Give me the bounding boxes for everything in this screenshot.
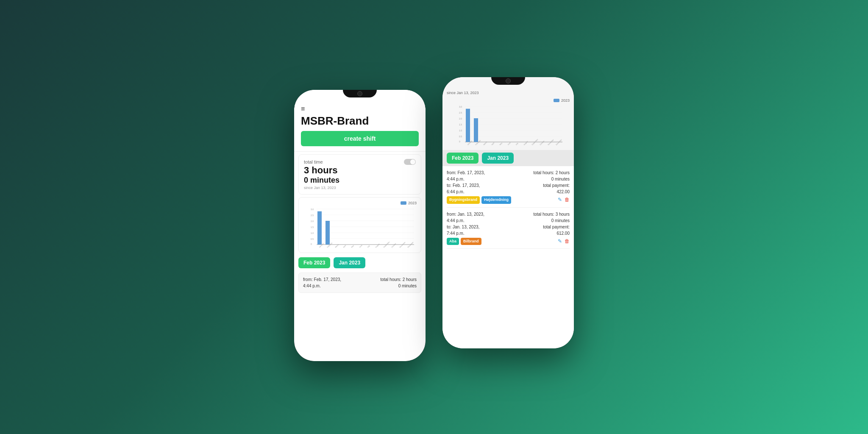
p2-chart-card: 2023 3.0 2.5 2.0 1.5 1.0 0.5 0 bbox=[442, 95, 574, 150]
phone-1: ≡ MSBR-Brand create shift total time 3 h… bbox=[294, 90, 426, 361]
hamburger-icon[interactable]: ≡ bbox=[301, 105, 419, 113]
bar-chart-svg-2: 3.0 2.5 2.0 1.5 1.0 0.5 0 bbox=[447, 104, 570, 147]
shift-hours-1: total hours: 2 hours 0 minutes bbox=[380, 276, 417, 289]
shift-item-2: from: Jan. 13, 2023, 4:44 p.m. to: Jan. … bbox=[447, 208, 570, 249]
shift-1-from-label: from: Feb. 17, 2023, bbox=[447, 170, 485, 175]
shift-list-2[interactable]: from: Feb. 17, 2023, 4:44 p.m. to: Feb. … bbox=[442, 166, 574, 348]
chart-area-2: 3.0 2.5 2.0 1.5 1.0 0.5 0 bbox=[447, 104, 570, 147]
tag-bygningsbrand: Bygningsbrand bbox=[447, 196, 480, 204]
phone-1-scroll[interactable]: total time 3 hours 0 minutes since Jan 1… bbox=[294, 152, 426, 361]
legend-year-2: 2023 bbox=[561, 98, 570, 103]
shift-2-from-label: from: Jan. 13, 2023, bbox=[447, 212, 484, 217]
svg-text:2.0: 2.0 bbox=[459, 117, 462, 120]
svg-text:July: July bbox=[367, 245, 370, 249]
svg-text:March: March bbox=[483, 141, 487, 145]
svg-text:2.5: 2.5 bbox=[311, 214, 314, 217]
svg-text:1.0: 1.0 bbox=[311, 232, 314, 234]
shift-2-from-time: 4:44 p.m. bbox=[447, 218, 465, 223]
svg-text:3.0: 3.0 bbox=[459, 106, 462, 108]
chart-area-1: 3.0 2.5 2.0 1.5 1.0 0.5 0 bbox=[303, 207, 417, 249]
toggle-switch[interactable] bbox=[404, 159, 416, 165]
shift-2-tags: Aba Bilbrand bbox=[447, 238, 484, 245]
total-time-text: total time bbox=[304, 159, 323, 164]
hours-display: 3 hours bbox=[304, 165, 416, 176]
month-section-2: Feb 2023 Jan 2023 bbox=[442, 150, 574, 166]
feb-2023-button-1[interactable]: Feb 2023 bbox=[298, 257, 330, 268]
chart-legend-2: 2023 bbox=[447, 98, 570, 103]
bar-jan bbox=[317, 211, 322, 245]
svg-text:October: October bbox=[539, 140, 545, 146]
tag-bilbrand: Bilbrand bbox=[461, 238, 481, 245]
phone-1-content: ≡ MSBR-Brand create shift total time 3 h… bbox=[294, 102, 426, 361]
svg-text:May: May bbox=[499, 142, 503, 146]
svg-text:1.5: 1.5 bbox=[311, 226, 314, 228]
delete-icon-1[interactable]: 🗑 bbox=[565, 196, 570, 203]
shift-1-from-time: 4:44 p.m. bbox=[447, 177, 465, 181]
svg-text:0.5: 0.5 bbox=[311, 238, 314, 240]
svg-text:0: 0 bbox=[311, 243, 312, 245]
minutes-display: 0 minutes bbox=[304, 176, 416, 185]
shift-2-from: from: Jan. 13, 2023, 4:44 p.m. to: Jan. … bbox=[447, 211, 484, 245]
shift-2-to-label: to: Jan. 13, 2023, bbox=[447, 225, 479, 229]
shift-2-to-time: 7:44 p.m. bbox=[447, 231, 465, 236]
svg-text:2.5: 2.5 bbox=[459, 111, 462, 114]
svg-text:August: August bbox=[523, 140, 529, 146]
create-shift-button[interactable]: create shift bbox=[301, 131, 419, 146]
app-title: MSBR-Brand bbox=[301, 114, 419, 128]
month-buttons-2: Feb 2023 Jan 2023 bbox=[447, 153, 570, 164]
tag-aba: Aba bbox=[447, 238, 459, 245]
feb-2023-button-2[interactable]: Feb 2023 bbox=[447, 153, 479, 164]
legend-year-1: 2023 bbox=[408, 201, 417, 205]
chart-card-1: 2023 3.0 2.5 2.0 1.5 1.0 0.5 0 bbox=[298, 197, 421, 253]
shift-2-payment: 612.00 bbox=[556, 231, 570, 236]
shift-2-minutes: 0 minutes bbox=[551, 218, 570, 223]
since-label-2: since Jan 13, 2023 bbox=[442, 89, 574, 95]
total-time-card: total time 3 hours 0 minutes since Jan 1… bbox=[298, 154, 421, 195]
tag-hojderedning: Højderedning bbox=[481, 196, 511, 204]
since-date: since Jan 13, 2023 bbox=[304, 186, 416, 190]
phone-2-content: since Jan 13, 2023 2023 3.0 2.5 2.0 1.5 bbox=[442, 89, 574, 348]
shift-1-right: total hours: 2 hours 0 minutes total pay… bbox=[533, 170, 570, 204]
svg-text:October: October bbox=[391, 242, 397, 248]
shift-1-from: from: Feb. 17, 2023, 4:44 p.m. to: Feb. … bbox=[447, 170, 511, 204]
total-time-label-row: total time bbox=[304, 159, 416, 165]
svg-text:3.0: 3.0 bbox=[311, 208, 314, 211]
shift-1-actions: ✎ 🗑 bbox=[533, 196, 570, 203]
phone-2-screen: since Jan 13, 2023 2023 3.0 2.5 2.0 1.5 bbox=[442, 77, 574, 348]
bar-chart-svg-1: 3.0 2.5 2.0 1.5 1.0 0.5 0 bbox=[303, 207, 417, 249]
legend-dot-2 bbox=[554, 99, 559, 102]
svg-text:0.5: 0.5 bbox=[459, 135, 462, 138]
phone-1-screen: ≡ MSBR-Brand create shift total time 3 h… bbox=[294, 90, 426, 361]
jan-2023-button-1[interactable]: Jan 2023 bbox=[334, 257, 365, 268]
shift-1-to-label: to: Feb. 17, 2023, bbox=[447, 183, 480, 188]
svg-text:1.0: 1.0 bbox=[459, 129, 462, 132]
delete-icon-2[interactable]: 🗑 bbox=[565, 237, 570, 245]
svg-text:May: May bbox=[351, 245, 354, 248]
shift-2-hours-label: total hours: 3 hours bbox=[533, 212, 570, 217]
shift-2-actions: ✎ 🗑 bbox=[533, 237, 570, 245]
svg-text:April: April bbox=[491, 142, 495, 145]
shift-from-text-1: from: Feb. 17, 2023, 4:44 p.m. bbox=[303, 276, 341, 289]
jan-2023-button-2[interactable]: Jan 2023 bbox=[482, 153, 514, 164]
phone-1-header: ≡ MSBR-Brand create shift bbox=[294, 102, 426, 152]
shift-1-payment-label: total payment: bbox=[543, 183, 570, 188]
edit-icon-1[interactable]: ✎ bbox=[558, 196, 562, 203]
svg-text:July: July bbox=[515, 142, 519, 146]
phone-2: since Jan 13, 2023 2023 3.0 2.5 2.0 1.5 bbox=[442, 77, 574, 348]
svg-rect-40 bbox=[466, 109, 470, 142]
shift-2-right: total hours: 3 hours 0 minutes total pay… bbox=[533, 211, 570, 245]
svg-text:April: April bbox=[342, 245, 346, 248]
shift-1-to-time: 6:44 p.m. bbox=[447, 189, 465, 194]
svg-text:August: August bbox=[375, 243, 380, 248]
shift-1-hours-label: total hours: 2 hours bbox=[533, 170, 570, 175]
svg-text:0: 0 bbox=[459, 140, 460, 143]
edit-icon-2[interactable]: ✎ bbox=[558, 237, 562, 245]
shift-item-1: from: Feb. 17, 2023, 4:44 p.m. to: Feb. … bbox=[447, 166, 570, 208]
svg-text:2.0: 2.0 bbox=[311, 220, 314, 223]
month-buttons-1: Feb 2023 Jan 2023 bbox=[294, 255, 426, 271]
shift-1-minutes: 0 minutes bbox=[551, 177, 570, 181]
phone-1-notch bbox=[343, 90, 377, 97]
svg-text:March: March bbox=[334, 244, 339, 248]
phone-2-notch bbox=[491, 77, 525, 85]
bar-feb bbox=[326, 221, 330, 245]
